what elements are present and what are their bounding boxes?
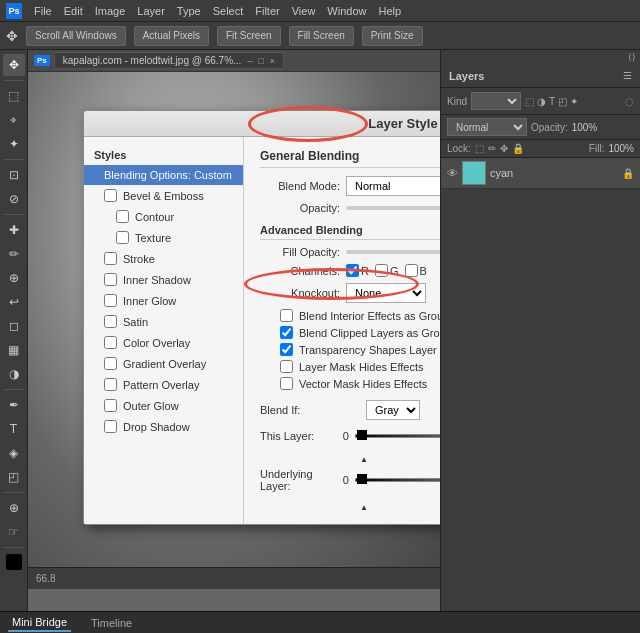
healing-brush-tool[interactable]: ✚ — [3, 219, 25, 241]
canvas-status-bar: 66.8 — [28, 567, 440, 589]
timeline-tab[interactable]: Timeline — [87, 615, 136, 631]
sidebar-drop-shadow[interactable]: Drop Shadow — [84, 416, 243, 437]
path-tool[interactable]: ◈ — [3, 442, 25, 464]
filter-toggle[interactable]: ◌ — [625, 96, 634, 107]
canvas-close-icon[interactable]: × — [270, 56, 275, 66]
sidebar-color-overlay[interactable]: Color Overlay — [84, 332, 243, 353]
sidebar-texture[interactable]: Texture — [84, 227, 243, 248]
sidebar-bevel-emboss[interactable]: Bevel & Emboss — [84, 185, 243, 206]
fit-screen-btn[interactable]: Fit Screen — [217, 26, 281, 46]
canvas-minimize-icon[interactable]: – — [247, 56, 252, 66]
selection-tool[interactable]: ⬚ — [3, 85, 25, 107]
lasso-tool[interactable]: ⌖ — [3, 109, 25, 131]
blend-clipped-checkbox[interactable] — [280, 326, 293, 339]
inner-shadow-checkbox[interactable] — [104, 273, 117, 286]
foreground-color[interactable] — [6, 554, 22, 570]
filter-type-icon[interactable]: T — [549, 96, 555, 107]
layer-mask-checkbox[interactable] — [280, 360, 293, 373]
blend-interior-checkbox[interactable] — [280, 309, 293, 322]
eyedropper-tool[interactable]: ⊘ — [3, 188, 25, 210]
canvas-tab[interactable]: kapalagi.com - melodtwit.jpg @ 66.7%... … — [54, 52, 284, 69]
sidebar-outer-glow[interactable]: Outer Glow — [84, 395, 243, 416]
underlying-layer-handle-left[interactable] — [357, 474, 367, 484]
visibility-icon[interactable]: 👁 — [447, 167, 458, 179]
knockout-select[interactable]: None — [346, 283, 426, 303]
sidebar-blending-options[interactable]: Blending Options: Custom — [84, 165, 243, 185]
filter-shape-icon[interactable]: ◰ — [558, 96, 567, 107]
kind-select[interactable] — [471, 92, 521, 110]
channels-checkboxes: R G B — [346, 264, 427, 277]
menu-type[interactable]: Type — [177, 5, 201, 17]
drop-shadow-checkbox[interactable] — [104, 420, 117, 433]
panel-menu-btn[interactable]: ☰ — [623, 70, 632, 81]
menu-image[interactable]: Image — [95, 5, 126, 17]
sidebar-satin[interactable]: Satin — [84, 311, 243, 332]
history-brush-tool[interactable]: ↩ — [3, 291, 25, 313]
print-size-btn[interactable]: Print Size — [362, 26, 423, 46]
sidebar-inner-glow[interactable]: Inner Glow — [84, 290, 243, 311]
zoom-tool[interactable]: ⊕ — [3, 497, 25, 519]
text-tool[interactable]: T — [3, 418, 25, 440]
sidebar-stroke[interactable]: Stroke — [84, 248, 243, 269]
color-overlay-checkbox[interactable] — [104, 336, 117, 349]
filter-adjust-icon[interactable]: ◑ — [537, 96, 546, 107]
menu-layer[interactable]: Layer — [137, 5, 165, 17]
this-layer-handle-left[interactable] — [357, 430, 367, 440]
gradient-tool[interactable]: ▦ — [3, 339, 25, 361]
gradient-overlay-checkbox[interactable] — [104, 357, 117, 370]
sidebar-gradient-overlay[interactable]: Gradient Overlay — [84, 353, 243, 374]
contour-checkbox[interactable] — [116, 210, 129, 223]
pen-tool[interactable]: ✒ — [3, 394, 25, 416]
stroke-checkbox[interactable] — [104, 252, 117, 265]
right-panel: ⟨⟩ Layers ☰ Kind ⬚ ◑ T ◰ ✦ — [440, 50, 640, 611]
menu-help[interactable]: Help — [378, 5, 401, 17]
menu-edit[interactable]: Edit — [64, 5, 83, 17]
crop-tool[interactable]: ⊡ — [3, 164, 25, 186]
channel-r-checkbox[interactable] — [346, 264, 359, 277]
sidebar-contour[interactable]: Contour — [84, 206, 243, 227]
satin-checkbox[interactable] — [104, 315, 117, 328]
menu-select[interactable]: Select — [213, 5, 244, 17]
opacity-slider[interactable] — [346, 206, 440, 210]
scroll-all-windows-btn[interactable]: Scroll All Windows — [26, 26, 126, 46]
blend-if-select[interactable]: Gray — [366, 400, 420, 420]
menu-file[interactable]: File — [34, 5, 52, 17]
clone-stamp-tool[interactable]: ⊕ — [3, 267, 25, 289]
menu-filter[interactable]: Filter — [255, 5, 279, 17]
magic-wand-tool[interactable]: ✦ — [3, 133, 25, 155]
actual-pixels-btn[interactable]: Actual Pixels — [134, 26, 209, 46]
layer-blend-select[interactable]: Normal — [447, 118, 527, 136]
menu-window[interactable]: Window — [327, 5, 366, 17]
blend-mode-select[interactable]: Normal — [346, 176, 440, 196]
panel-collapse-icon[interactable]: ⟨⟩ — [628, 52, 636, 62]
inner-glow-checkbox[interactable] — [104, 294, 117, 307]
bevel-emboss-checkbox[interactable] — [104, 189, 117, 202]
vector-mask-checkbox[interactable] — [280, 377, 293, 390]
sidebar-pattern-overlay[interactable]: Pattern Overlay — [84, 374, 243, 395]
mini-bridge-tab[interactable]: Mini Bridge — [8, 614, 71, 632]
sidebar-inner-shadow[interactable]: Inner Shadow — [84, 269, 243, 290]
pattern-overlay-checkbox[interactable] — [104, 378, 117, 391]
eraser-tool[interactable]: ◻ — [3, 315, 25, 337]
lock-all-icon[interactable]: 🔒 — [512, 143, 524, 154]
channel-b-checkbox[interactable] — [405, 264, 418, 277]
shape-tool[interactable]: ◰ — [3, 466, 25, 488]
brush-tool[interactable]: ✏ — [3, 243, 25, 265]
filter-smart-icon[interactable]: ✦ — [570, 96, 578, 107]
lock-paint-icon[interactable]: ✏ — [488, 143, 496, 154]
canvas-maximize-icon[interactable]: □ — [258, 56, 263, 66]
hand-tool[interactable]: ☞ — [3, 521, 25, 543]
lock-position-icon[interactable]: ✥ — [500, 143, 508, 154]
fill-opacity-slider[interactable] — [346, 250, 440, 254]
texture-checkbox[interactable] — [116, 231, 129, 244]
channel-g-checkbox[interactable] — [375, 264, 388, 277]
filter-pixel-icon[interactable]: ⬚ — [525, 96, 534, 107]
layer-row-cyan[interactable]: 👁 cyan 🔒 — [441, 158, 640, 189]
fill-screen-btn[interactable]: Fill Screen — [289, 26, 354, 46]
transparency-shapes-checkbox[interactable] — [280, 343, 293, 356]
lock-transparent-icon[interactable]: ⬚ — [475, 143, 484, 154]
move-tool[interactable]: ✥ — [3, 54, 25, 76]
dodge-tool[interactable]: ◑ — [3, 363, 25, 385]
outer-glow-checkbox[interactable] — [104, 399, 117, 412]
menu-view[interactable]: View — [292, 5, 316, 17]
